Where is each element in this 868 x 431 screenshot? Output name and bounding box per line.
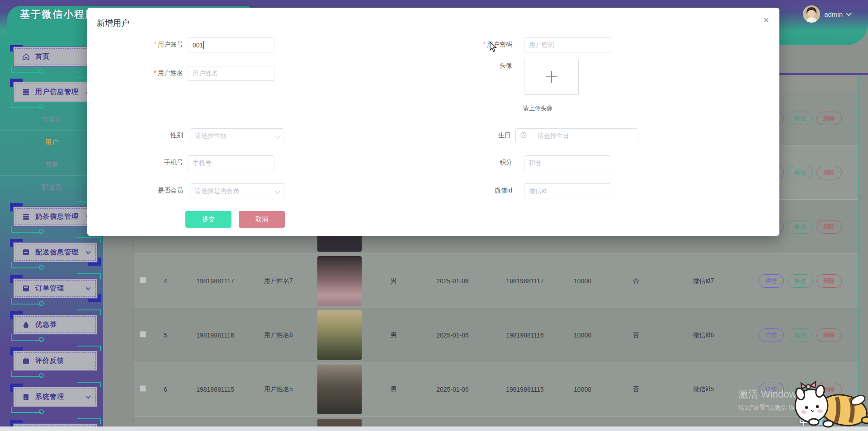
cartoon-sticker [790,373,868,431]
avatar-upload-hint: 请上传头像 [523,104,552,112]
detail-button[interactable]: 详情 [759,383,784,396]
sidebar-item-label: 优惠券 [35,320,57,329]
milktea-icon [22,213,30,220]
horizontal-scrollbar[interactable] [0,426,868,431]
birthday-label: 生日 [377,131,511,140]
birthday-picker[interactable]: 请选择生日 [515,128,638,143]
chevron-down-icon [846,10,852,16]
cancel-button[interactable]: 取消 [239,211,285,228]
user-menu[interactable]: admin [803,5,851,23]
sidebar-item-feedback[interactable]: 评价反馈 [13,351,98,371]
sidebar-item-home[interactable]: 首页 [13,47,98,67]
clock-icon [520,132,527,140]
home-icon [22,53,30,61]
delivery-icon [22,248,30,256]
table-row: 5 19819881116 用户姓名6 男 2025-01-06 1981988… [134,308,858,362]
plus-icon [546,71,557,83]
member-select[interactable]: 请选择是否会员 [190,183,284,198]
sidebar-item-milktea-info[interactable]: 奶茶信息管理 [13,206,98,227]
system-icon [22,393,30,401]
sidebar-item-coupon[interactable]: 优惠券 [13,314,98,335]
name-label: *用户姓名 [87,69,183,77]
coupon-icon [22,321,30,328]
sidebar-item-label: 订单管理 [35,284,64,293]
table-row: 6 19819881115 用户姓名5 男 2025-01-06 1981988… [134,362,858,417]
table-row: 4 19819881117 用户姓名7 男 2025-01-06 1981988… [134,254,858,308]
delete-button[interactable]: 删除 [816,274,842,288]
sidebar-item-user-info[interactable]: 用户信息管理 [13,82,98,102]
wechat-label: 微信id [377,187,512,195]
sidebar-item-label: 系统管理 [35,393,64,401]
chevron-down-icon [275,188,280,193]
account-label: *用户账号 [87,41,183,49]
add-user-dialog: 新增用户 × *用户账号 001 *用户密码 用户密码 *用户姓名 用户姓名 头… [87,8,779,236]
row-checkbox[interactable] [140,331,146,337]
row-checkbox[interactable] [140,385,146,392]
account-input[interactable]: 001 [188,37,274,52]
user-photo [317,419,362,427]
page-title: 基于微信小程序 [20,8,96,21]
sidebar-item-delivery-info[interactable]: 配送信息管理 [13,242,98,262]
edit-button[interactable]: 修改 [788,166,813,179]
chevron-down-icon [85,394,90,398]
username-label: admin [824,10,843,18]
edit-button[interactable]: 修改 [788,328,813,342]
sidebar-item-orders[interactable]: 订单管理 [13,278,98,299]
points-label: 积分 [377,159,512,167]
submit-button[interactable]: 提交 [185,211,231,228]
avatar-label: 头像 [377,62,512,70]
user-photo [317,365,362,414]
password-label: *用户密码 [377,41,512,49]
text-caret [203,41,204,49]
points-input[interactable]: 积分 [524,155,611,170]
orders-icon [22,285,30,292]
chevron-down-icon [85,249,90,254]
detail-button[interactable]: 详情 [759,274,784,288]
sidebar-item-label: 配送信息管理 [35,248,79,257]
app-window: 基于微信小程序 admin 首页 [0,0,868,431]
close-icon[interactable]: × [759,13,774,28]
phone-input[interactable]: 手机号 [188,155,274,170]
avatar[interactable] [803,5,820,23]
users-icon [22,88,30,96]
gender-select[interactable]: 请选择性别 [190,128,284,143]
edit-button[interactable]: 修改 [788,112,813,125]
delete-button[interactable]: 删除 [816,328,842,342]
feedback-icon [22,357,30,365]
chevron-down-icon [85,285,90,290]
edit-button[interactable]: 修改 [788,220,813,234]
sidebar-item-label: 评价反馈 [35,356,64,365]
user-photo [317,310,362,360]
sidebar-item-system[interactable]: 系统管理 [13,387,98,407]
password-input[interactable]: 用户密码 [524,37,611,52]
detail-button[interactable]: 详情 [759,328,784,342]
gender-label: 性别 [87,131,183,140]
member-label: 是否会员 [87,187,183,195]
avatar-upload[interactable] [524,59,579,95]
user-photo [317,256,362,306]
dialog-title: 新增用户 [97,18,129,28]
chevron-down-icon [275,133,280,138]
delete-button[interactable]: 删除 [816,112,842,125]
table-row [134,417,858,426]
delete-button[interactable]: 删除 [816,220,842,234]
wechat-input[interactable]: 微信id [524,183,611,198]
sidebar-item-label: 首页 [35,52,50,61]
edit-button[interactable]: 修改 [788,274,813,288]
phone-label: 手机号 [87,159,183,167]
name-input[interactable]: 用户姓名 [188,66,274,81]
delete-button[interactable]: 删除 [816,166,842,179]
row-checkbox[interactable] [140,277,146,283]
sidebar-item-label: 用户信息管理 [35,88,79,96]
sidebar-item-label: 奶茶信息管理 [35,212,79,221]
